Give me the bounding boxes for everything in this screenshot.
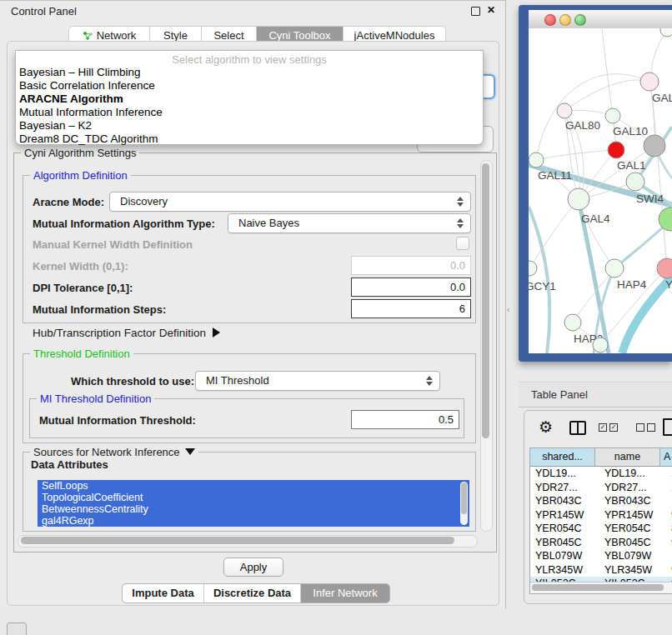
table-row[interactable]: YER054CYER054C8.: [530, 522, 672, 536]
network-canvas[interactable]: GALGAL80GAL10GAL1GAL11SWI4GAL4HAP4YGCY1H…: [529, 28, 672, 353]
table-row[interactable]: YPR145WYPR145W9.: [530, 508, 672, 522]
network-node-label: HAP4: [617, 278, 647, 291]
network-node-hap4[interactable]: [605, 259, 624, 278]
mi-threshold-input[interactable]: 0.5: [351, 410, 459, 429]
apply-button[interactable]: Apply: [223, 558, 283, 577]
table-cell: [669, 549, 672, 563]
threshold-definition-title: Threshold Definition: [30, 348, 133, 360]
table-cell: YBR045C: [599, 536, 669, 550]
settings-vertical-thumb[interactable]: [482, 163, 489, 438]
table-horizontal-thumb[interactable]: [532, 584, 664, 591]
manual-kernel-checkbox[interactable]: [456, 237, 469, 250]
settings-vertical-scrollbar[interactable]: [480, 160, 493, 532]
attribute-list-item[interactable]: gal4RGexp: [38, 515, 469, 527]
tab-impute-data[interactable]: Impute Data: [123, 584, 204, 602]
table-cell: YBR043C: [599, 494, 669, 508]
file-icon[interactable]: [663, 418, 672, 436]
network-edge[interactable]: [564, 80, 649, 111]
settings-horizontal-thumb[interactable]: [21, 537, 454, 544]
network-node-gal4[interactable]: [568, 188, 589, 210]
cyni-algorithm-settings-group: Cyni Algorithm Settings Algorithm Defini…: [13, 152, 497, 552]
combo-arrows-icon: [426, 375, 432, 387]
network-window-titlebar: [529, 10, 672, 29]
tab-infer-network[interactable]: Infer Network: [301, 584, 389, 602]
algorithm-option[interactable]: Bayesian – K2: [16, 119, 483, 132]
table-cell: 9.: [669, 508, 672, 522]
network-node-gal80[interactable]: [557, 103, 572, 118]
attribute-list-item[interactable]: TopologicalCoefficient: [38, 492, 469, 503]
network-node-gal1[interactable]: [608, 142, 624, 158]
network-node-gal[interactable]: [640, 72, 659, 91]
table-horizontal-scrollbar[interactable]: [530, 582, 672, 593]
table-row[interactable]: YBR045CYBR045C9.: [530, 536, 672, 550]
aracne-mode-combobox[interactable]: Discovery: [109, 192, 471, 212]
gear-icon[interactable]: ⚙: [539, 418, 553, 437]
combo-value: MI Threshold: [206, 374, 269, 387]
algorithm-option[interactable]: Dream8 DC_TDC Algorithm: [16, 132, 483, 146]
attribute-list-item[interactable]: SelfLoops: [38, 480, 469, 492]
network-node-label: GAL4: [581, 212, 610, 225]
algorithm-option[interactable]: Mutual Information Inference: [16, 106, 483, 119]
network-node[interactable]: [593, 338, 608, 352]
table-row[interactable]: YLR345WYLR345W9.: [530, 563, 672, 578]
mi-steps-input[interactable]: 6: [351, 299, 471, 318]
table-cell: YBL079W: [530, 549, 599, 563]
network-edge[interactable]: [602, 28, 613, 116]
kernel-width-input[interactable]: 0.0: [351, 256, 471, 275]
dock-panel-button[interactable]: [7, 622, 27, 635]
network-node-gal11[interactable]: [529, 152, 544, 168]
network-node-label: GAL1: [617, 159, 646, 172]
network-node[interactable]: [660, 28, 672, 37]
algorithm-option[interactable]: ARACNE Algorithm: [16, 92, 483, 106]
column-header-third[interactable]: A: [660, 448, 672, 466]
splitter-collapse-icon[interactable]: ‹: [507, 305, 509, 314]
table-row[interactable]: YBL079WYBL079W: [530, 549, 672, 563]
network-node-gal10[interactable]: [605, 108, 620, 123]
table-row[interactable]: YDL19...YDL19...13: [530, 467, 672, 481]
algorithm-option[interactable]: Bayesian – Hill Climbing: [16, 66, 483, 79]
data-attributes-list[interactable]: SelfLoopsTopologicalCoefficientBetweenne…: [38, 480, 469, 527]
table-header-row: shared... name A: [530, 448, 672, 467]
network-edge[interactable]: [650, 83, 667, 268]
table-cell: 12: [669, 481, 672, 495]
network-icon: [83, 31, 93, 41]
settings-horizontal-scrollbar[interactable]: [18, 535, 478, 548]
hub-definition-toggle[interactable]: Hub/Transcription Factor Definition: [33, 327, 220, 339]
dpi-tolerance-input[interactable]: 0.0: [351, 278, 471, 297]
sources-group-title[interactable]: Sources for Network Inference: [30, 446, 198, 458]
list-scrollbar-thumb[interactable]: [461, 482, 467, 514]
network-node[interactable]: [659, 208, 672, 231]
zoom-traffic-light-icon[interactable]: [574, 14, 586, 26]
table-panel-titlebar: Table Panel: [519, 382, 672, 408]
table-row[interactable]: YDR27...YDR27...12: [530, 481, 672, 495]
network-node-hap2[interactable]: [564, 314, 581, 331]
list-scrollbar[interactable]: [460, 482, 468, 525]
chevron-down-icon: [185, 448, 195, 455]
network-node-gcy1[interactable]: [529, 261, 537, 276]
attribute-list-item[interactable]: BetweennessCentrality: [38, 503, 469, 515]
column-view-icon[interactable]: [569, 421, 586, 435]
select-all-icon[interactable]: ✓✓: [599, 423, 618, 432]
mi-steps-label: Mutual Information Steps:: [33, 303, 166, 316]
deselect-all-icon[interactable]: [636, 423, 655, 432]
minimize-traffic-light-icon[interactable]: [559, 14, 571, 26]
mi-algorithm-type-combobox[interactable]: Naive Bayes: [228, 213, 471, 233]
close-icon[interactable]: ✕: [487, 4, 495, 16]
column-header-shared-name[interactable]: shared...: [530, 448, 595, 466]
network-node-label: GAL10: [613, 125, 648, 138]
network-node-swi4[interactable]: [626, 172, 644, 191]
table-cell: YLR345W: [599, 563, 669, 578]
combo-arrows-icon: [457, 196, 463, 208]
column-header-name[interactable]: name: [595, 448, 660, 466]
tab-discretize-data[interactable]: Discretize Data: [204, 584, 301, 602]
table-cell: YDR27...: [599, 481, 669, 495]
network-node-y[interactable]: [657, 258, 672, 278]
algorithm-dropdown-list: Bayesian – Hill ClimbingBasic Correlatio…: [16, 66, 483, 146]
algorithm-option[interactable]: Basic Correlation Inference: [16, 79, 483, 92]
close-traffic-light-icon[interactable]: [544, 14, 556, 26]
float-window-icon[interactable]: [471, 7, 480, 16]
table-row[interactable]: YBR043CYBR043C: [530, 494, 672, 508]
which-threshold-combobox[interactable]: MI Threshold: [195, 371, 440, 391]
network-node[interactable]: [644, 135, 665, 157]
network-edge[interactable]: [536, 74, 649, 160]
